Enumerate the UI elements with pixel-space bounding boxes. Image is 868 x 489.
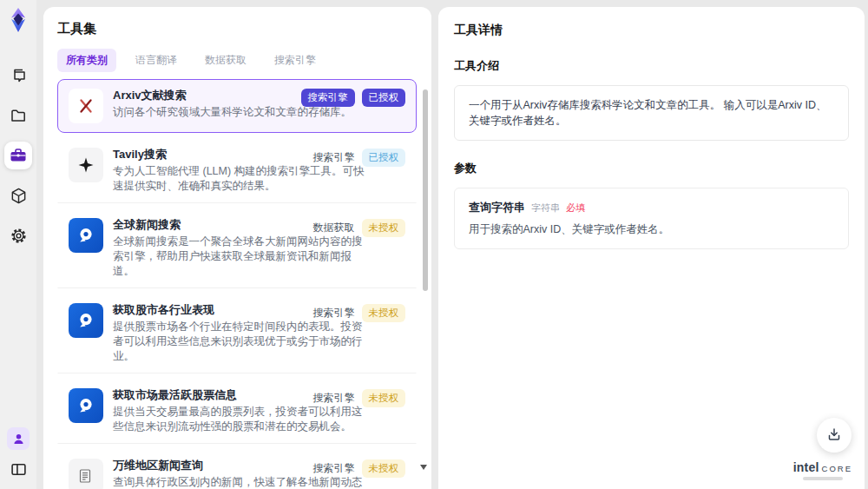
tool-desc: 提供股票市场各个行业在特定时间段内的表现。投资者可以利用这些信息来识别表现优于或… xyxy=(113,320,370,364)
intro-text: 一个用于从Arxiv存储库搜索科学论文和文章的工具。 输入可以是Arxiv ID… xyxy=(454,85,849,141)
tool-desc: 提供当天交易量最高的股票列表，投资者可以利用这些信息来识别流动性强的股票和潜在的… xyxy=(113,405,370,434)
category-badge: 搜索引擎 xyxy=(313,303,355,323)
scrollbar-thumb[interactable] xyxy=(423,89,428,291)
blue-news-logo-icon xyxy=(69,388,103,423)
details-title: 工具详情 xyxy=(454,23,849,38)
category-badge: 搜索引擎 xyxy=(313,148,355,168)
tool-desc: 访问各个研究领域大量科学论文和文章的存储库。 xyxy=(113,105,352,120)
scrollbar-down-arrow-icon[interactable] xyxy=(420,465,427,470)
intro-heading: 工具介绍 xyxy=(454,58,849,74)
tool-card-global-news[interactable]: 全球新闻搜索 全球新闻搜索是一个聚合全球各大新闻网站内容的搜索引擎，帮助用户快速… xyxy=(57,208,417,288)
auth-status-badge: 未授权 xyxy=(362,304,406,322)
auth-status-badge: 未授权 xyxy=(362,459,406,478)
download-button[interactable] xyxy=(817,418,852,453)
tab-all-categories[interactable]: 所有类别 xyxy=(57,49,116,72)
sidebar-bottom xyxy=(0,427,36,480)
sidebar-rail xyxy=(0,0,36,489)
nav-cube-icon[interactable] xyxy=(4,182,32,209)
tool-card-sector-performance[interactable]: 获取股市各行业表现 提供股票市场各个行业在特定时间段内的表现。投资者可以利用这些… xyxy=(57,294,417,373)
intel-core-logo: intel CORE xyxy=(793,460,852,480)
param-card: 查询字符串 字符串 必填 用于搜索的Arxiv ID、关键字或作者姓名。 xyxy=(454,188,849,249)
category-badge: 搜索引擎 xyxy=(313,388,355,408)
category-badge: 搜索引擎 xyxy=(313,459,355,479)
tab-data-fetch[interactable]: 数据获取 xyxy=(196,49,255,72)
tool-card-active-stocks[interactable]: 获取市场最活跃股票信息 提供当天交易量最高的股票列表，投资者可以利用这些信息来识… xyxy=(57,379,417,444)
tool-desc: 专为人工智能代理 (LLM) 构建的搜索引擎工具。可快速提供实时、准确和真实的结… xyxy=(113,164,370,194)
tab-language-translation[interactable]: 语言翻译 xyxy=(127,49,186,72)
nav-settings-gear-icon[interactable] xyxy=(4,221,32,249)
user-avatar-icon[interactable] xyxy=(7,427,30,450)
panel-toggle-icon[interactable] xyxy=(4,458,32,480)
params-heading: 参数 xyxy=(454,161,849,176)
sidebar-nav xyxy=(4,62,32,249)
blue-news-logo-icon xyxy=(69,218,103,253)
blue-news-logo-icon xyxy=(69,303,103,338)
tool-card-tavily[interactable]: Tavily搜索 专为人工智能代理 (LLM) 构建的搜索引擎工具。可快速提供实… xyxy=(57,138,417,203)
auth-status-badge: 已授权 xyxy=(362,89,406,107)
param-required-badge: 必填 xyxy=(566,202,585,215)
tool-card-arxiv[interactable]: Arxiv文献搜索 访问各个研究领域大量科学论文和文章的存储库。 搜索引擎 已授… xyxy=(57,79,417,133)
param-desc: 用于搜索的Arxiv ID、关键字或作者姓名。 xyxy=(469,222,834,237)
category-tabs: 所有类别 语言翻译 数据获取 搜索引擎 xyxy=(57,49,418,72)
brand-subtext-blur xyxy=(803,477,843,480)
four-point-star-icon xyxy=(69,148,103,182)
auth-status-badge: 未授权 xyxy=(362,219,406,237)
tool-card-regional-news[interactable]: 万维地区新闻查询 查询具体行政区划内的新闻，快速了解各地新闻动态 搜索引擎 未授… xyxy=(57,449,417,489)
param-name: 查询字符串 xyxy=(469,200,525,215)
tool-details-panel: 工具详情 工具介绍 一个用于从Arxiv存储库搜索科学论文和文章的工具。 输入可… xyxy=(438,7,865,489)
toolset-panel: 工具集 所有类别 语言翻译 数据获取 搜索引擎 A xyxy=(43,7,431,489)
download-icon xyxy=(826,426,842,445)
app-logo-icon xyxy=(7,8,30,36)
auth-status-badge: 未授权 xyxy=(362,389,406,407)
app-window: 工具集 所有类别 语言翻译 数据获取 搜索引擎 A xyxy=(0,0,868,489)
tool-list: Arxiv文献搜索 访问各个研究领域大量科学论文和文章的存储库。 搜索引擎 已授… xyxy=(57,79,417,489)
toolset-title: 工具集 xyxy=(57,21,418,37)
newspaper-icon xyxy=(69,459,103,489)
tab-search-engine[interactable]: 搜索引擎 xyxy=(266,49,325,72)
auth-status-badge: 已授权 xyxy=(362,149,406,167)
brand-core-text: CORE xyxy=(822,464,852,473)
tool-desc: 全球新闻搜索是一个聚合全球各大新闻网站内容的搜索引擎，帮助用户快速获取全球最新资… xyxy=(113,235,370,279)
brand-intel-text: intel xyxy=(793,460,819,474)
category-badge: 搜索引擎 xyxy=(301,89,355,107)
nav-toolbox-icon[interactable] xyxy=(4,142,32,169)
nav-folder-icon[interactable] xyxy=(4,102,32,129)
category-badge: 数据获取 xyxy=(313,218,355,238)
param-type: 字符串 xyxy=(531,202,560,215)
arxiv-x-logo-icon xyxy=(69,89,103,123)
nav-chat-icon[interactable] xyxy=(4,62,32,89)
